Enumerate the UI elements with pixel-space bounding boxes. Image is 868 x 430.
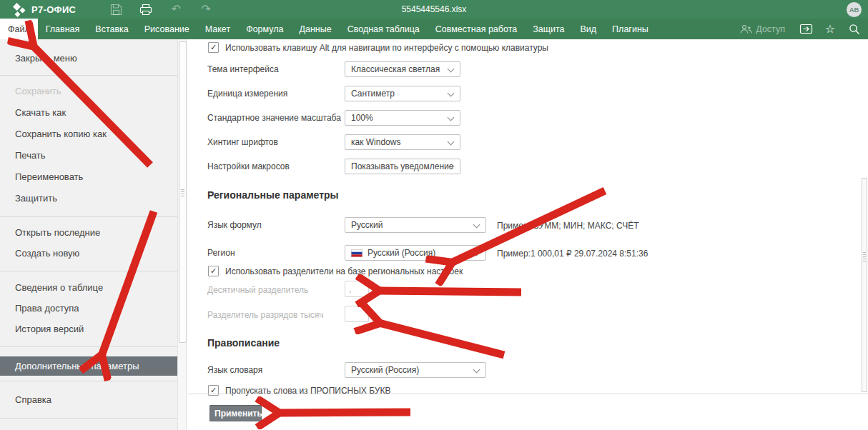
tab-protection[interactable]: Защита — [525, 19, 572, 39]
formula-language-row: Язык формул Русский Пример: СУММ; МИН; М… — [187, 217, 868, 234]
menu-protect[interactable]: Защитить — [0, 189, 177, 209]
region-example-text: Пример:1 000,01 ₽ 29.07.2024 8:51:36 — [497, 249, 648, 259]
default-zoom-row: Стандартное значение масштаба 100% — [187, 110, 868, 127]
menu-access-rights[interactable]: Права доступа — [0, 299, 177, 319]
divider — [0, 346, 177, 347]
regional-section-title: Региональные параметры — [207, 189, 339, 201]
tab-formula[interactable]: Формула — [238, 19, 291, 39]
menu-help[interactable]: Справка — [0, 390, 177, 410]
tab-view[interactable]: Вид — [572, 19, 604, 39]
region-select[interactable]: Русский (Россия) — [345, 245, 486, 261]
share-access-button[interactable]: Доступ — [731, 24, 794, 34]
tab-plugins[interactable]: Плагины — [604, 19, 656, 39]
chevron-down-icon — [473, 366, 480, 374]
unit-select[interactable]: Сантиметр — [345, 86, 460, 101]
undo-icon[interactable]: ↶ — [169, 2, 183, 16]
region-row: Регион Русский (Россия) Пример:1 000,01 … — [187, 245, 868, 262]
menu-print[interactable]: Печать — [0, 146, 177, 166]
divider — [0, 418, 177, 419]
menu-save-copy-as[interactable]: Сохранить копию как — [0, 124, 177, 144]
dictionary-language-select[interactable]: Русский (Россия) — [345, 362, 486, 378]
apply-button[interactable]: Применить — [209, 405, 262, 421]
tab-collaboration[interactable]: Совместная работа — [428, 19, 525, 39]
favorite-star-icon[interactable]: ☆ — [818, 19, 842, 39]
menu-close[interactable]: Закрыть меню — [0, 49, 177, 69]
menu-advanced-settings[interactable]: Дополнительные параметры — [0, 356, 177, 376]
menu-spreadsheet-info[interactable]: Сведения о таблице — [0, 278, 177, 298]
formula-language-select[interactable]: Русский — [345, 217, 486, 233]
macros-select[interactable]: Показывать уведомление — [345, 159, 460, 174]
alt-navigation-checkbox[interactable]: ✓ — [208, 42, 219, 53]
menu-version-history[interactable]: История версий — [0, 319, 177, 339]
chevron-down-icon — [448, 66, 455, 73]
regional-separators-label: Использовать разделители на базе региона… — [225, 266, 463, 276]
decimal-separator-row: Десятичный разделитель — [187, 281, 868, 298]
menu-download-as[interactable]: Скачать как — [0, 103, 177, 123]
tab-insert[interactable]: Вставка — [87, 19, 136, 39]
alt-navigation-checkbox-row: ✓ Использовать клавишу Alt для навигации… — [208, 42, 548, 53]
chevron-down-icon — [448, 139, 455, 146]
divider — [0, 216, 177, 217]
check-icon: ✓ — [210, 386, 217, 394]
default-zoom-select[interactable]: 100% — [345, 110, 460, 126]
app-logo: Р7-ОФИС — [0, 2, 76, 17]
advanced-settings-panel: ✓ Использовать клавишу Alt для навигации… — [187, 39, 868, 430]
regional-separators-checkbox-row: ✓ Использовать разделители на базе регио… — [208, 266, 463, 276]
font-hinting-label: Хинтинг шрифтов — [207, 137, 278, 147]
russia-flag-icon — [351, 249, 363, 257]
sidebar-scrollbar[interactable] — [177, 39, 187, 430]
quick-toolbar: ↶ ↷ — [109, 2, 213, 16]
divider — [0, 381, 177, 381]
tab-file[interactable]: Файл — [0, 19, 38, 39]
app-window: Р7-ОФИС ↶ ↷ — [0, 0, 868, 430]
chevron-down-icon — [473, 221, 480, 229]
alt-navigation-label: Использовать клавишу Alt для навигации п… — [225, 43, 548, 53]
font-hinting-row: Хинтинг шрифтов как Windows — [187, 134, 868, 151]
decimal-separator-label: Десятичный разделитель — [207, 285, 308, 295]
sidebar-scrollbar-thumb[interactable] — [179, 41, 187, 343]
menu-save: Сохранить — [0, 81, 177, 101]
regional-separators-checkbox[interactable]: ✓ — [208, 266, 219, 276]
menu-open-recent[interactable]: Открыть последние — [0, 223, 177, 243]
divider — [0, 75, 177, 76]
font-hinting-select[interactable]: как Windows — [345, 134, 460, 150]
tab-data[interactable]: Данные — [292, 19, 340, 39]
menu-create-new[interactable]: Создать новую — [0, 244, 177, 264]
logo-diamonds-icon — [10, 2, 26, 17]
ribbon-tab-bar: Файл Главная Вставка Рисование Макет Фор… — [0, 19, 868, 39]
app-name: Р7-ОФИС — [31, 4, 76, 15]
menu-rename[interactable]: Переименовать — [0, 167, 177, 187]
user-avatar[interactable]: AB — [847, 2, 862, 17]
unit-label: Единица измерения — [207, 89, 287, 99]
chevron-down-icon — [448, 90, 455, 97]
tab-layout[interactable]: Макет — [197, 19, 238, 39]
thousands-separator-input[interactable] — [345, 306, 369, 322]
redo-icon[interactable]: ↷ — [199, 2, 213, 16]
formula-example-text: Пример: СУММ; МИН; МАКС; СЧЁТ — [497, 221, 639, 231]
content-scrollbar[interactable] — [862, 178, 867, 392]
region-label: Регион — [207, 248, 235, 258]
default-zoom-label: Стандартное значение масштаба — [207, 113, 341, 123]
users-icon — [740, 24, 752, 34]
chevron-down-icon — [448, 114, 455, 121]
tab-pivot-table[interactable]: Сводная таблица — [340, 19, 428, 39]
print-icon[interactable] — [139, 2, 153, 16]
dictionary-language-label: Язык словаря — [207, 365, 262, 375]
divider — [0, 271, 177, 271]
theme-select[interactable]: Классическая светлая — [345, 61, 460, 77]
tab-draw[interactable]: Рисование — [137, 19, 197, 39]
check-icon: ✓ — [210, 267, 217, 275]
open-file-location-icon[interactable] — [794, 19, 818, 39]
theme-row: Тема интерфейса Классическая светлая — [187, 61, 868, 79]
chevron-down-icon — [473, 249, 480, 256]
tab-home[interactable]: Главная — [38, 19, 88, 39]
decimal-separator-input[interactable] — [345, 281, 369, 297]
save-icon[interactable] — [109, 2, 123, 16]
check-icon: ✓ — [210, 44, 217, 51]
search-icon[interactable] — [842, 19, 867, 39]
thousands-separator-label: Разделитель разрядов тысяч — [207, 310, 324, 320]
content-bottom-divider — [187, 394, 868, 394]
spelling-section-title: Правописание — [207, 337, 280, 349]
thousands-separator-row: Разделитель разрядов тысяч — [187, 306, 868, 323]
dictionary-language-row: Язык словаря Русский (Россия) — [187, 362, 868, 379]
